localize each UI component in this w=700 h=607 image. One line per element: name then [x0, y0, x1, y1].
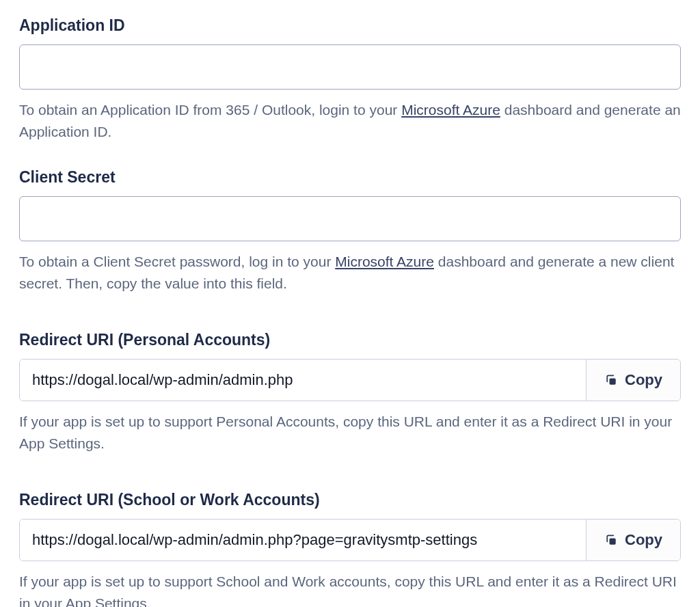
- microsoft-azure-link[interactable]: Microsoft Azure: [401, 102, 500, 118]
- svg-rect-1: [610, 539, 616, 545]
- application-id-help: To obtain an Application ID from 365 / O…: [19, 99, 681, 142]
- microsoft-azure-link[interactable]: Microsoft Azure: [335, 254, 434, 269]
- redirect-personal-copy-row: Copy: [19, 359, 681, 401]
- copy-icon: [604, 533, 618, 547]
- client-secret-help: To obtain a Client Secret password, log …: [19, 251, 681, 294]
- svg-rect-0: [610, 379, 616, 385]
- application-id-help-before: To obtain an Application ID from 365 / O…: [19, 102, 401, 118]
- copy-button-label: Copy: [625, 371, 662, 389]
- client-secret-help-before: To obtain a Client Secret password, log …: [19, 254, 335, 269]
- redirect-school-label: Redirect URI (School or Work Accounts): [19, 491, 681, 509]
- client-secret-field-group: Client Secret To obtain a Client Secret …: [19, 168, 681, 294]
- redirect-personal-copy-button[interactable]: Copy: [586, 360, 680, 401]
- copy-button-label: Copy: [625, 531, 662, 549]
- application-id-input[interactable]: [19, 44, 681, 90]
- redirect-personal-field-group: Redirect URI (Personal Accounts) Copy If…: [19, 331, 681, 454]
- client-secret-label: Client Secret: [19, 168, 681, 187]
- application-id-field-group: Application ID To obtain an Application …: [19, 16, 681, 142]
- copy-icon: [604, 373, 618, 387]
- redirect-school-help: If your app is set up to support School …: [19, 571, 681, 607]
- redirect-school-copy-row: Copy: [19, 519, 681, 561]
- redirect-school-input[interactable]: [20, 520, 586, 561]
- redirect-personal-label: Redirect URI (Personal Accounts): [19, 331, 681, 349]
- redirect-personal-help: If your app is set up to support Persona…: [19, 411, 681, 454]
- redirect-school-copy-button[interactable]: Copy: [586, 520, 680, 561]
- application-id-label: Application ID: [19, 16, 681, 35]
- client-secret-input[interactable]: [19, 196, 681, 241]
- redirect-school-field-group: Redirect URI (School or Work Accounts) C…: [19, 491, 681, 607]
- redirect-personal-input[interactable]: [20, 360, 586, 401]
